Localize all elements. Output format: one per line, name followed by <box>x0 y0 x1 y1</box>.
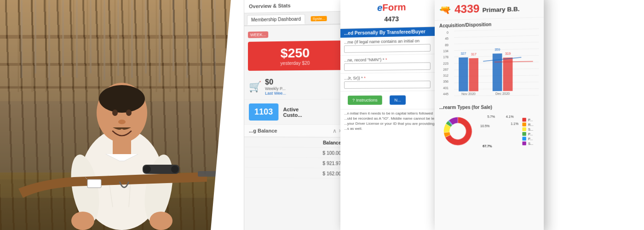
cart-row: 🛒 $0 Weekly P... Last Wee... <box>244 74 347 100</box>
legend-item-2: S... <box>522 127 533 131</box>
cart-icon: 🛒 <box>249 81 261 93</box>
legend-item-1: R... <box>522 122 533 126</box>
svg-point-45 <box>118 120 126 124</box>
legend-label-4: P... <box>528 137 533 140</box>
donut-pct-large: 67.7% <box>483 144 492 148</box>
y-label-1: 401 <box>436 86 448 89</box>
donut-labels-overlay: 67.7% 10.5% 5.7% 4.1% 1.1% <box>480 113 518 150</box>
panel1-tabs: Membership Dashboard Syste... <box>244 12 347 26</box>
logo-num: 4473 <box>384 15 399 23</box>
legend-item-4: P... <box>522 137 533 140</box>
balance-row-1: $ 921.97 <box>245 158 346 168</box>
legend-dot-0 <box>522 118 526 121</box>
chart-area: 327 317 Nov 2020 <box>454 29 539 96</box>
legend-dot-5 <box>522 142 526 145</box>
stat-labels: Active Custo... <box>283 106 302 117</box>
svg-point-50 <box>71 212 94 230</box>
instructions-button[interactable]: ? Instructions <box>348 96 382 105</box>
svg-rect-22 <box>34 0 36 74</box>
balance-row-0: $ 100.00 <box>245 148 346 158</box>
balance-cell-0: $ 100.00 <box>245 148 346 158</box>
tab-system[interactable]: Syste... <box>307 13 331 24</box>
legend-item-5: S... <box>522 142 533 145</box>
panel-eform-4473: eForm 4473 ...ed Personally By Transfere… <box>340 0 444 230</box>
form-input-3[interactable] <box>344 80 430 89</box>
legend-dot-3 <box>522 132 526 136</box>
form-field-3-label: ...Jr, Sr)) * * <box>344 75 440 80</box>
next-button[interactable]: N... <box>390 95 406 104</box>
donut-pct-small-1: 10.5% <box>480 124 489 127</box>
stat-label-1: Active <box>283 106 302 112</box>
svg-point-51 <box>150 212 172 230</box>
dollar-sub: yesterday $20 <box>253 60 338 66</box>
form-buttons-row: ? Instructions N... <box>340 91 444 109</box>
form-notes: ...n initial then it needs to be in capi… <box>340 109 444 133</box>
logo-form: Form <box>382 2 406 13</box>
y-label-5: 223 <box>436 62 448 65</box>
week-section: WEEK... $250 yesterday $20 <box>244 24 347 75</box>
y-label-2: 356 <box>436 80 448 83</box>
eform-logo: eForm 4473 <box>345 1 439 25</box>
svg-point-44 <box>126 109 132 116</box>
chart-container: 44540135631226722317813489450 <box>435 27 544 103</box>
form-note-4: ...s as well. <box>344 126 440 131</box>
y-label-10: 0 <box>436 31 448 34</box>
tab-membership-dashboard[interactable]: Membership Dashboard <box>247 14 305 25</box>
legend-item-0: P... <box>522 118 533 121</box>
form-input-1[interactable] <box>344 44 430 53</box>
balance-cell-1: $ 921.97 <box>245 158 346 168</box>
svg-line-58 <box>483 58 521 62</box>
panel3-number: 4339 <box>454 2 479 16</box>
y-label-3: 312 <box>436 74 448 77</box>
dollar-card: $250 yesterday $20 <box>248 40 343 71</box>
legend-label-1: R... <box>528 123 534 126</box>
form-field-3: ...Jr, Sr)) * * <box>340 73 444 92</box>
balance-header: ...g Balance ∧ × <box>244 125 347 138</box>
legend-label-5: S... <box>528 142 533 145</box>
cart-info: $0 Weekly P... Last Wee... <box>265 78 286 95</box>
bar-nov-blue-label: 327 <box>459 52 468 55</box>
stat-number: 1103 <box>249 104 278 121</box>
week-badge: WEEK... <box>248 31 268 38</box>
legend-dot-1 <box>522 122 526 126</box>
panel-ad-chart: 🔫 4339 Primary B.B. Acquisition/Disposit… <box>435 0 544 230</box>
balance-table: Balance $ 100.00$ 921.97$ 162.00 <box>244 137 347 180</box>
cart-last-week: Last Wee... <box>265 91 286 96</box>
svg-point-55 <box>171 166 178 173</box>
rifle-figure <box>5 133 244 207</box>
legend-label-3: P... <box>528 132 533 136</box>
svg-rect-21 <box>21 0 23 78</box>
donut-section-title: ...rearm Types (for Sale) <box>435 103 544 111</box>
form-note-3: ...your Driver License or your ID that y… <box>344 121 440 126</box>
chart-y-labels: 44540135631226722317813489450 <box>435 31 449 96</box>
panel3-title-group: 4339 Primary B.B. <box>454 0 519 16</box>
panel-membership-dashboard: Overview & Stats Membership Dashboard Sy… <box>244 0 347 230</box>
donut-chart-svg <box>439 113 477 150</box>
stat-label-2: Custo... <box>283 112 302 117</box>
svg-rect-56 <box>87 179 101 188</box>
gun-icon: 🔫 <box>439 4 451 16</box>
svg-rect-35 <box>214 0 216 80</box>
form-input-2[interactable] <box>344 62 430 70</box>
legend-label-2: S... <box>528 127 533 131</box>
svg-point-54 <box>144 166 151 173</box>
required-marker-1: * <box>385 58 387 62</box>
form-field-2-label: ...ne, record "NMN") * * <box>344 57 440 63</box>
diagonal-separator <box>216 0 244 230</box>
collapse-icon[interactable]: ∧ <box>333 127 337 134</box>
svg-rect-34 <box>200 0 202 76</box>
svg-line-59 <box>494 61 533 62</box>
y-label-6: 178 <box>436 56 448 59</box>
donut-container: 67.7% 10.5% 5.7% 4.1% 1.1% P...R...S...P… <box>435 111 544 153</box>
legend-dot-2 <box>522 127 526 131</box>
bar-nov-blue-container: 327 <box>459 58 468 92</box>
panel3-title: Primary B.B. <box>483 6 520 14</box>
cart-label: Weekly P... <box>265 86 286 91</box>
svg-rect-52 <box>198 171 239 177</box>
legend-list: P...R...S...P...P...S... <box>522 118 533 145</box>
cart-amount: $0 <box>265 78 286 86</box>
connector-lines-svg <box>469 29 539 96</box>
y-label-4: 267 <box>436 68 448 71</box>
balance-cell-2: $ 162.00 <box>245 168 346 179</box>
donut-pct-small-4: 1.1% <box>511 122 518 125</box>
